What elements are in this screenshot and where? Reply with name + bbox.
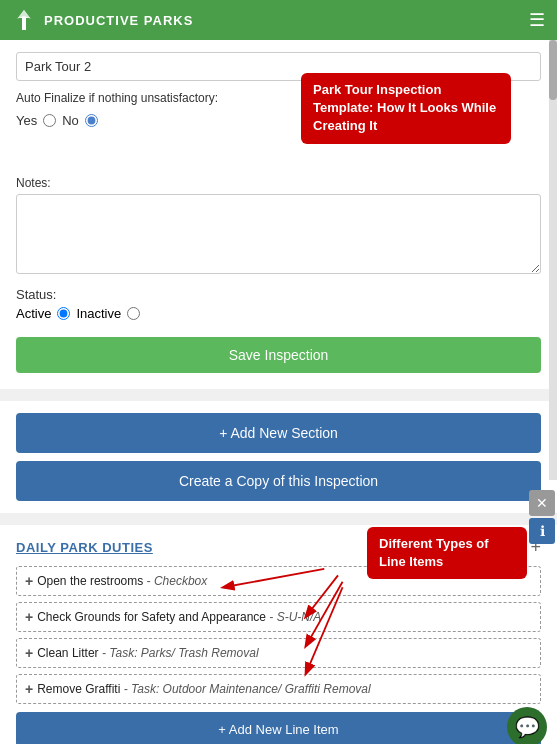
no-radio[interactable]	[85, 114, 98, 127]
line-item-type: - Task: Outdoor Maintenance/ Graffiti Re…	[124, 682, 371, 696]
auto-finalize-label: Auto Finalize if nothing unsatisfactory:	[16, 91, 218, 105]
line-item[interactable]: + Check Grounds for Safety and Appearanc…	[16, 602, 541, 632]
app-logo: PRODUCTIVE PARKS	[12, 8, 193, 32]
inactive-radio[interactable]	[127, 307, 140, 320]
notes-field: Notes:	[16, 176, 541, 277]
line-item-name: Open the restrooms	[37, 574, 143, 588]
divider-1	[0, 389, 557, 401]
action-buttons-section: + Add New Section Create a Copy of this …	[0, 401, 557, 513]
line-item-name: Remove Graffiti	[37, 682, 120, 696]
line-item[interactable]: + Remove Graffiti - Task: Outdoor Mainte…	[16, 674, 541, 704]
add-line-item-button[interactable]: + Add New Line Item	[16, 712, 541, 744]
no-label: No	[62, 113, 79, 128]
callout-2: Different Types of Line Items	[367, 527, 527, 579]
scrollbar-track[interactable]	[549, 40, 557, 480]
line-item-type: - Checkbox	[147, 574, 208, 588]
add-section-button[interactable]: + Add New Section	[16, 413, 541, 453]
notes-label: Notes:	[16, 176, 541, 190]
active-label: Active	[16, 306, 51, 321]
line-item-plus-icon: +	[25, 609, 33, 625]
divider-2	[0, 513, 557, 525]
app-header: PRODUCTIVE PARKS ☰	[0, 0, 557, 40]
line-item-plus-icon: +	[25, 573, 33, 589]
info-icon[interactable]: ℹ	[529, 518, 555, 544]
line-item[interactable]: + Clean Litter - Task: Parks/ Trash Remo…	[16, 638, 541, 668]
logo-icon	[12, 8, 36, 32]
yes-label: Yes	[16, 113, 37, 128]
main-form: Auto Finalize if nothing unsatisfactory:…	[0, 40, 557, 389]
copy-inspection-button[interactable]: Create a Copy of this Inspection	[16, 461, 541, 501]
status-row: Status: Active Inactive	[16, 287, 541, 321]
callout-1: Park Tour Inspection Template: How It Lo…	[301, 73, 511, 144]
line-items-section: DAILY PARK DUTIES + + Open the restrooms…	[0, 525, 557, 744]
settings-icon[interactable]: ✕	[529, 490, 555, 516]
hamburger-icon[interactable]: ☰	[529, 9, 545, 31]
section-title: DAILY PARK DUTIES	[16, 540, 153, 555]
app-name: PRODUCTIVE PARKS	[44, 13, 193, 28]
line-item-name: Check Grounds for Safety and Appearance	[37, 610, 266, 624]
inactive-label: Inactive	[76, 306, 121, 321]
scrollbar-thumb[interactable]	[549, 40, 557, 100]
notes-input[interactable]	[16, 194, 541, 274]
right-sidebar: ✕ ℹ	[529, 490, 557, 544]
line-item-name: Clean Litter	[37, 646, 98, 660]
status-label: Status:	[16, 287, 541, 302]
line-item-type: - Task: Parks/ Trash Removal	[102, 646, 259, 660]
yes-radio[interactable]	[43, 114, 56, 127]
chat-bubble[interactable]: 💬	[507, 707, 547, 744]
active-radio[interactable]	[57, 307, 70, 320]
line-item-type: - S-U-N/A	[269, 610, 321, 624]
save-inspection-button[interactable]: Save Inspection	[16, 337, 541, 373]
line-item-plus-icon: +	[25, 681, 33, 697]
line-item-plus-icon: +	[25, 645, 33, 661]
status-radios: Active Inactive	[16, 306, 541, 321]
